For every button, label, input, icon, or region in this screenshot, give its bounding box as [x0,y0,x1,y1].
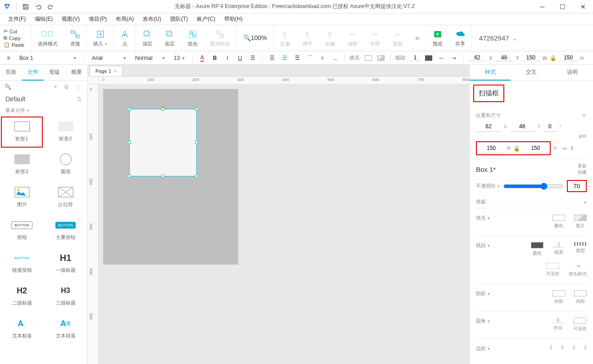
close-icon[interactable]: × [114,68,117,74]
widget-rect2[interactable]: 矩形2 [44,116,87,148]
pad-bottom[interactable]: 2 [584,345,587,350]
widget-circle[interactable]: 圆形 [44,148,87,181]
bullet-list-icon[interactable]: ☰ [248,53,258,63]
opacity-input[interactable] [567,180,587,192]
pos-x-input[interactable] [476,121,501,132]
pad-top[interactable]: 2 [561,345,564,350]
search-icon[interactable]: 🔍 [5,84,11,90]
line-style-icon[interactable]: ─ [436,53,446,63]
arrow-style-icon[interactable]: ⇢ [449,53,459,63]
group-button[interactable]: 组合 [181,25,204,51]
bring-front-button[interactable]: 顶层 [136,25,158,51]
widget-text-paragraph[interactable]: A≡文本段落 [44,313,87,346]
update-create-style[interactable]: 更新 创建 [578,163,587,175]
widget-button[interactable]: BUTTON按钮 [0,214,44,247]
fill-color-swatch[interactable] [363,53,373,63]
widget-rect1[interactable]: 矩形1 [0,116,44,148]
style-selector[interactable]: Box 1▾ [16,54,79,63]
align-top-button[interactable]: ▭顶部 [341,25,364,51]
pos-y-input[interactable] [510,121,535,132]
save-icon[interactable] [19,0,32,13]
widget-primary-button[interactable]: BUTTON主要按钮 [44,214,87,247]
font-weight-selector[interactable]: Normal▾ [132,54,168,63]
zoom-control[interactable]: 🔍 100% [237,25,273,51]
widget-h2[interactable]: H2二级标题 [0,280,44,313]
tab-notes[interactable]: 说明 [552,65,593,81]
page-tab[interactable]: Page 1× [90,66,122,76]
arrow-style[interactable]: ⇢箭头样式 [569,263,587,277]
align-right-button[interactable]: ▯右侧 [319,25,341,51]
w-input[interactable] [522,54,540,61]
menu-layout[interactable]: 布局(A) [111,13,138,25]
lock-aspect-icon[interactable]: 🔒 [513,145,520,152]
y-input[interactable] [495,54,513,61]
point-button[interactable]: 点 [114,25,136,51]
line-color-swatch[interactable] [424,53,434,63]
padding-section[interactable]: 边距 [476,345,503,352]
tab-pages[interactable]: 页面 [0,65,22,81]
corner-section[interactable]: 圆角 [476,318,503,324]
insert-button[interactable]: 插入 [87,25,113,51]
line-width-input[interactable] [409,54,421,61]
font-size-selector[interactable]: 13▾ [171,54,188,63]
text-align-right-icon[interactable]: ☰ [292,53,302,63]
tab-interactions[interactable]: 交互 [511,65,552,81]
menu-account[interactable]: 账户(C) [192,13,220,25]
tab-outline[interactable]: 概要 [66,65,88,81]
selected-shape[interactable] [129,109,197,176]
width-input[interactable] [479,143,504,153]
widget-rect3[interactable]: 矩形3 [0,148,44,181]
shadow-inner[interactable]: 内部 [574,290,587,305]
send-back-button[interactable]: 底层 [158,25,181,51]
bold-icon[interactable]: B [210,53,220,63]
h-input[interactable] [559,54,577,61]
pad-right[interactable]: 2 [573,345,575,350]
minimize-button[interactable]: ─ [532,0,552,13]
valign-middle-icon[interactable]: ≡ [317,53,327,63]
cut-button[interactable]: ✂Cut [0,28,31,35]
line-color[interactable]: 颜色 [531,242,543,256]
paste-button[interactable]: 📋Paste [0,41,31,48]
fill-image[interactable]: 图片 [574,215,587,229]
user-account[interactable]: 47262947⌄ [472,25,525,51]
flip-v-icon[interactable]: ⇕ [570,145,574,152]
align-left-button[interactable]: ▯左侧 [274,25,296,51]
close-button[interactable]: ✕ [573,0,593,13]
x-input[interactable] [468,54,486,61]
corner-visibility[interactable]: 可见性 [573,318,587,332]
preview-button[interactable]: 预览 [426,25,449,51]
ungroup-button[interactable]: 取消组合 [204,25,236,51]
connect-button[interactable]: 连接 [64,25,86,51]
menu-project[interactable]: 项目(P) [84,13,111,25]
height-input[interactable] [523,143,548,153]
line-width[interactable]: 1线宽 [552,242,565,256]
style-list-icon[interactable]: ≡ [4,53,14,63]
redo-icon[interactable] [45,0,57,13]
widget-h3[interactable]: H3三级标题 [44,280,87,313]
italic-icon[interactable]: I [222,53,232,63]
library-options-icon[interactable]: ⧉ [63,84,70,90]
text-align-left-icon[interactable]: ☰ [267,53,277,63]
undo-icon[interactable] [32,0,45,13]
applied-style-name[interactable]: Box 1* [476,166,496,173]
line-section[interactable]: 线段 [476,242,503,249]
widget-link-button[interactable]: BUTTON链接按钮 [0,247,44,280]
more-align-button[interactable]: » [409,25,426,51]
widget-placeholder[interactable]: 占位符 [44,181,87,214]
menu-file[interactable]: 文件(F) [4,13,30,25]
align-middle-button[interactable]: ▭中部 [364,25,386,51]
maximize-button[interactable]: ☐ [552,0,573,13]
copy-button[interactable]: ⧉Copy [0,35,31,41]
widget-name-input[interactable]: 扫描框 [473,85,504,102]
line-visibility[interactable]: 可见性 [546,263,560,277]
menu-help[interactable]: 帮助(H) [220,13,247,25]
pad-left[interactable]: 2 [550,345,552,350]
lock-icon[interactable]: 🔒 [550,55,557,61]
fill-image-icon[interactable] [376,53,386,63]
valign-bottom-icon[interactable]: ⎵ [330,53,340,63]
visibility-toggle-icon[interactable]: 👁 [582,113,587,118]
valign-top-icon[interactable]: ⎴ [305,53,315,63]
menu-view[interactable]: 视图(V) [57,13,84,25]
fill-section[interactable]: 填充 [476,215,503,221]
text-align-center-icon[interactable]: ☰ [280,53,290,63]
